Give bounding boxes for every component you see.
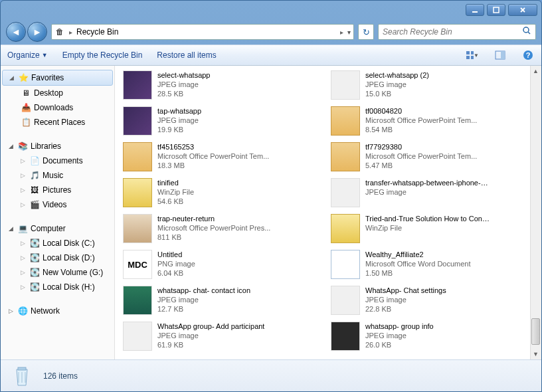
nav-pictures[interactable]: ▷🖼Pictures bbox=[1, 183, 114, 197]
file-type: JPEG image bbox=[365, 187, 492, 197]
recycle-bin-icon: 🗑 bbox=[54, 27, 65, 37]
expand-icon: ▷ bbox=[21, 201, 27, 208]
file-name: Wealthy_Affiliate2 bbox=[365, 250, 471, 259]
svg-rect-0 bbox=[472, 11, 478, 13]
empty-recycle-bin-button[interactable]: Empty the Recycle Bin bbox=[62, 50, 143, 60]
nav-label: Network bbox=[31, 306, 60, 316]
file-name: WhatsApp group- Add participant bbox=[157, 322, 264, 331]
scroll-down-icon[interactable]: ▼ bbox=[531, 349, 540, 359]
file-item[interactable]: WhatsApp- Chat settingsJPEG image22.8 KB bbox=[328, 284, 536, 320]
file-item[interactable]: tap-whatsappJPEG image19.9 KB bbox=[120, 104, 328, 140]
file-item[interactable]: Wealthy_Affiliate2Microsoft Office Word … bbox=[328, 248, 536, 284]
nav-local-disk-d[interactable]: ▷💽Local Disk (D:) bbox=[1, 250, 114, 265]
file-type: WinZip File bbox=[365, 223, 492, 233]
file-item[interactable]: whatsapp- chat- contact iconJPEG image12… bbox=[120, 284, 328, 320]
nav-label: Computer bbox=[31, 224, 66, 233]
minimize-button[interactable] bbox=[466, 4, 484, 16]
file-thumbnail bbox=[123, 214, 152, 243]
nav-downloads[interactable]: 📥Downloads bbox=[1, 100, 114, 115]
file-list: select-whatsappJPEG image28.5 KBtap-what… bbox=[115, 66, 541, 359]
file-size: 15.0 KB bbox=[365, 89, 429, 98]
search-icon[interactable] bbox=[522, 26, 531, 38]
expand-icon: ▷ bbox=[21, 172, 27, 179]
file-name: tf77929380 bbox=[365, 142, 477, 151]
address-dropdown-icon[interactable]: ▾ bbox=[347, 29, 351, 36]
file-item[interactable]: trap-neuter-returnMicrosoft Office Power… bbox=[120, 212, 328, 248]
file-name: tinified bbox=[157, 178, 194, 187]
svg-rect-8 bbox=[501, 51, 505, 59]
scroll-thumb[interactable] bbox=[531, 318, 540, 345]
help-button[interactable]: ? bbox=[521, 49, 535, 62]
file-item[interactable]: tf45165253Microsoft Office PowerPoint Te… bbox=[120, 140, 328, 176]
svg-text:?: ? bbox=[526, 51, 531, 59]
nav-label: Favorites bbox=[31, 73, 64, 82]
file-size: 8.54 MB bbox=[365, 125, 477, 134]
file-item[interactable]: tf77929380Microsoft Office PowerPoint Te… bbox=[328, 140, 536, 176]
file-name: Untitled bbox=[157, 250, 195, 259]
file-thumbnail bbox=[123, 106, 152, 136]
search-input[interactable] bbox=[383, 27, 522, 37]
collapse-icon: ◢ bbox=[9, 143, 15, 149]
file-name: trap-neuter-return bbox=[157, 214, 270, 223]
nav-videos[interactable]: ▷🎬Videos bbox=[1, 197, 114, 212]
nav-music[interactable]: ▷🎵Music bbox=[1, 168, 114, 183]
nav-local-disk-c[interactable]: ▷💽Local Disk (C:) bbox=[1, 236, 114, 250]
computer-group[interactable]: ◢ 💻 Computer bbox=[1, 221, 114, 236]
file-size: 1.50 MB bbox=[365, 268, 471, 278]
file-type: PNG image bbox=[157, 259, 195, 268]
file-thumbnail bbox=[123, 142, 152, 171]
file-item[interactable]: WhatsApp group- Add participantJPEG imag… bbox=[120, 320, 328, 355]
favorites-group[interactable]: ◢ ⭐ Favorites bbox=[2, 70, 113, 86]
address-sep-icon: ▸ bbox=[340, 29, 343, 36]
file-type: WinZip File bbox=[157, 187, 194, 197]
close-button[interactable] bbox=[508, 4, 537, 16]
nav-recent-places[interactable]: 📋Recent Places bbox=[1, 115, 114, 130]
nav-local-disk-h[interactable]: ▷💽Local Disk (H:) bbox=[1, 280, 114, 294]
libraries-group[interactable]: ◢ 📚 Libraries bbox=[1, 139, 114, 153]
collapse-icon: ◢ bbox=[9, 74, 15, 81]
forward-button[interactable]: ► bbox=[27, 22, 47, 42]
search-bar[interactable] bbox=[378, 24, 536, 40]
file-thumbnail bbox=[123, 70, 152, 100]
file-thumbnail: MDC bbox=[123, 250, 152, 279]
refresh-button[interactable]: ↻ bbox=[358, 24, 374, 40]
drive-icon: 💽 bbox=[29, 238, 40, 248]
file-item[interactable]: tinifiedWinZip File54.6 KB bbox=[120, 176, 328, 212]
svg-point-2 bbox=[523, 27, 529, 33]
videos-icon: 🎬 bbox=[29, 199, 40, 210]
maximize-button[interactable] bbox=[487, 4, 505, 16]
network-group[interactable]: ▷ 🌐 Network bbox=[1, 304, 114, 318]
file-item[interactable]: select-whatsappJPEG image28.5 KB bbox=[120, 68, 328, 104]
file-type: JPEG image bbox=[365, 331, 434, 340]
back-button[interactable]: ◄ bbox=[6, 22, 26, 42]
address-bar[interactable]: 🗑 ▸ Recycle Bin ▸ ▾ bbox=[51, 24, 354, 40]
nav-new-volume-g[interactable]: ▷💽New Volume (G:) bbox=[1, 265, 114, 280]
file-item[interactable]: transfer-whatsapp-between-iphone-whatsap… bbox=[328, 176, 536, 212]
file-type: Microsoft Office PowerPoint Pres... bbox=[157, 223, 270, 233]
desktop-icon: 🖥 bbox=[21, 88, 31, 98]
file-item[interactable]: whatsapp- group infoJPEG image26.0 KB bbox=[328, 320, 536, 355]
preview-pane-button[interactable] bbox=[494, 49, 507, 62]
file-item[interactable]: select-whatsapp (2)JPEG image15.0 KB bbox=[328, 68, 536, 104]
svg-rect-5 bbox=[466, 56, 470, 59]
file-item[interactable]: tf00804820Microsoft Office PowerPoint Te… bbox=[328, 104, 536, 140]
scrollbar[interactable]: ▲ ▼ bbox=[530, 66, 541, 359]
nav-desktop[interactable]: 🖥Desktop bbox=[1, 86, 114, 100]
file-item[interactable]: MDCUntitledPNG image6.04 KB bbox=[120, 248, 328, 284]
file-item[interactable]: Tried-and-True Solution How to Convert M… bbox=[328, 212, 536, 248]
file-size: 5.47 MB bbox=[365, 161, 477, 170]
file-size: 18.3 MB bbox=[157, 161, 269, 170]
file-name: tf00804820 bbox=[365, 106, 477, 116]
file-type: JPEG image bbox=[157, 295, 250, 304]
file-size: 61.9 KB bbox=[157, 340, 264, 349]
scroll-up-icon[interactable]: ▲ bbox=[531, 66, 540, 76]
drive-icon: 💽 bbox=[29, 282, 40, 292]
nav-documents[interactable]: ▷📄Documents bbox=[1, 153, 114, 168]
view-options-button[interactable]: ▼ bbox=[466, 49, 479, 62]
restore-all-button[interactable]: Restore all items bbox=[157, 50, 216, 60]
file-size: 26.0 KB bbox=[365, 340, 434, 349]
file-name: select-whatsapp (2) bbox=[365, 70, 429, 80]
drive-icon: 💽 bbox=[29, 267, 40, 278]
file-size: 22.8 KB bbox=[365, 304, 446, 314]
organize-menu[interactable]: Organize ▼ bbox=[7, 50, 48, 60]
